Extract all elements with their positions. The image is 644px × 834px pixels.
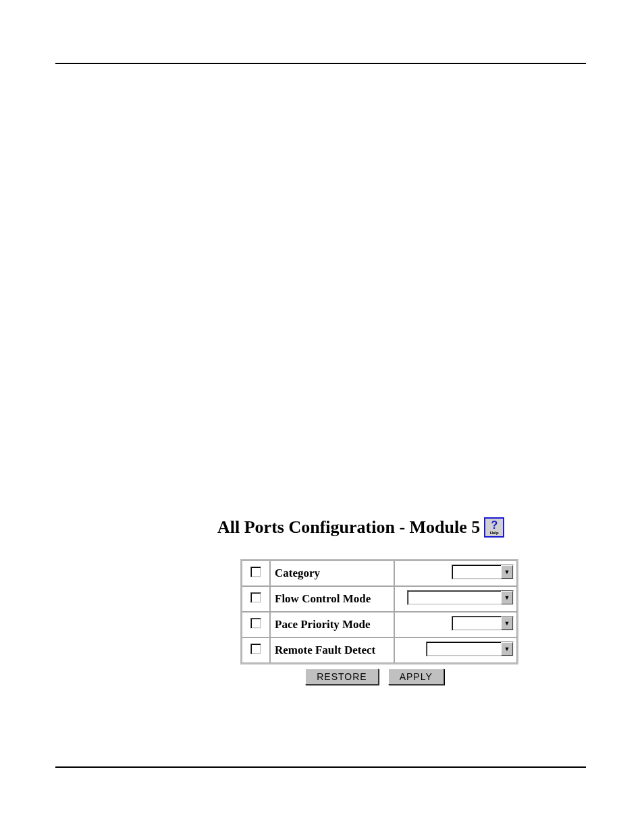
row-remote-fault: Remote Fault Detect ▼	[242, 637, 517, 663]
help-icon-label: Help	[490, 531, 499, 535]
select-pace-priority[interactable]: ▼	[452, 616, 514, 631]
help-icon-glyph: ?	[491, 520, 498, 531]
checkbox-pace-priority[interactable]	[250, 618, 261, 629]
chevron-down-icon: ▼	[501, 642, 513, 656]
row-pace-priority: Pace Priority Mode ▼	[242, 612, 517, 637]
panel-title: All Ports Configuration - Module 5	[217, 517, 480, 538]
label-flow-control: Flow Control Mode	[275, 592, 371, 605]
chevron-down-icon: ▼	[501, 617, 513, 630]
apply-button[interactable]: APPLY	[388, 669, 444, 685]
help-icon[interactable]: ? Help	[484, 517, 504, 538]
button-row: RESTORE APPLY	[240, 669, 509, 685]
top-rule	[55, 63, 586, 64]
chevron-down-icon: ▼	[501, 591, 513, 604]
select-flow-control[interactable]: ▼	[407, 590, 514, 605]
checkbox-remote-fault[interactable]	[250, 644, 261, 654]
label-remote-fault: Remote Fault Detect	[275, 644, 375, 656]
config-table: Category ▼ Flow Control Mode ▼ Pace Prio…	[240, 559, 518, 664]
label-pace-priority: Pace Priority Mode	[275, 618, 371, 631]
checkbox-category[interactable]	[250, 567, 261, 577]
label-category: Category	[275, 567, 320, 579]
row-flow-control: Flow Control Mode ▼	[242, 586, 517, 612]
row-category: Category ▼	[242, 561, 517, 586]
select-remote-fault[interactable]: ▼	[426, 642, 514, 656]
restore-button[interactable]: RESTORE	[305, 669, 378, 685]
all-ports-config-panel: All Ports Configuration - Module 5 ? Hel…	[217, 517, 541, 685]
select-category[interactable]: ▼	[452, 565, 514, 579]
chevron-down-icon: ▼	[501, 565, 513, 579]
panel-title-row: All Ports Configuration - Module 5 ? Hel…	[217, 517, 541, 538]
bottom-rule	[55, 766, 586, 768]
checkbox-flow-control[interactable]	[250, 592, 261, 603]
